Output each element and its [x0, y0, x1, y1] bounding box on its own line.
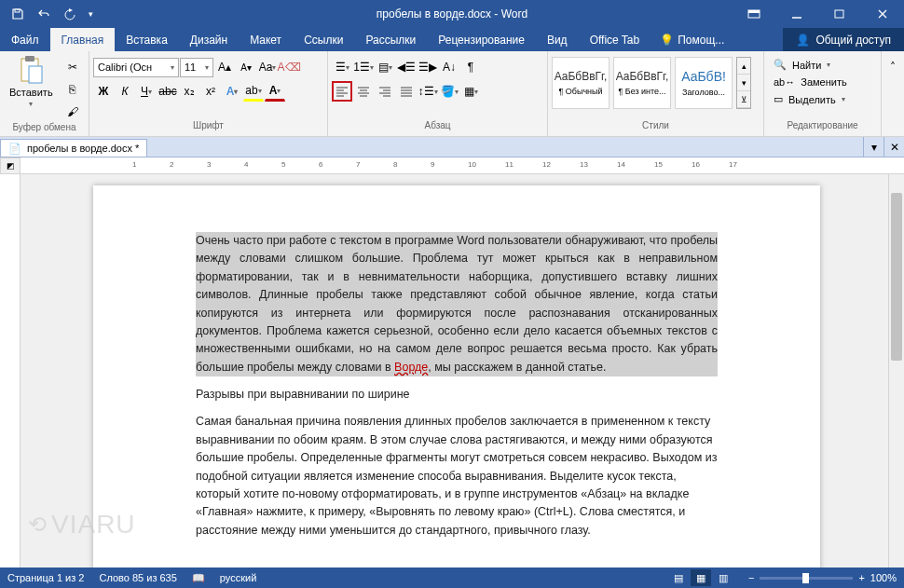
ribbon: Вставить ▾ ✂ ⎘ 🖌 Буфер обмена Calibri (О… — [0, 51, 904, 137]
print-layout-icon[interactable]: ▦ — [691, 569, 711, 586]
change-case-icon[interactable]: Aa▾ — [257, 57, 278, 77]
window-title: пробелы в ворде.docx - Word — [377, 7, 527, 21]
multilevel-icon[interactable]: ▤▾ — [375, 57, 395, 77]
ruler-corner[interactable]: ◩ — [0, 157, 21, 174]
tab-view[interactable]: Вид — [536, 28, 579, 51]
cut-icon[interactable]: ✂ — [62, 57, 83, 77]
document-tab[interactable]: 📄 пробелы в ворде.docx * — [0, 139, 147, 157]
redo-icon[interactable] — [58, 2, 82, 26]
subscript-icon[interactable]: x₂ — [179, 81, 199, 102]
tab-home[interactable]: Главная — [50, 28, 116, 51]
vertical-scrollbar[interactable] — [888, 174, 904, 567]
minimize-icon[interactable] — [775, 0, 818, 28]
status-bar: Страница 1 из 2 Слово 85 из 635 📖 русски… — [0, 567, 904, 588]
language-status[interactable]: русский — [220, 572, 256, 583]
font-size-combo[interactable]: 11▾ — [180, 58, 213, 77]
collapse-ribbon-icon[interactable]: ˄ — [883, 57, 903, 77]
tab-close-icon[interactable]: ✕ — [883, 137, 904, 157]
undo-icon[interactable] — [32, 2, 56, 26]
shading-icon[interactable]: 🪣▾ — [439, 81, 459, 102]
scroll-thumb[interactable] — [891, 193, 902, 361]
zoom-in-icon[interactable]: + — [858, 572, 864, 583]
chevron-down-icon: ▾ — [29, 100, 33, 108]
underline-icon[interactable]: Ч▾ — [136, 81, 157, 102]
svg-rect-7 — [29, 66, 42, 83]
page[interactable]: Очень часто при работе с текстом в прогр… — [93, 185, 820, 567]
italic-icon[interactable]: К — [115, 81, 135, 102]
font-color-icon[interactable]: A▾ — [265, 81, 285, 102]
bullets-icon[interactable]: ☰▾ — [332, 57, 352, 77]
paste-icon — [18, 55, 44, 85]
justify-icon[interactable] — [396, 81, 417, 102]
bold-icon[interactable]: Ж — [93, 81, 114, 102]
font-name-combo[interactable]: Calibri (Осн▾ — [93, 58, 179, 77]
group-clipboard-label: Буфер обмена — [4, 122, 85, 136]
tell-me[interactable]: 💡 Помощ... — [651, 28, 733, 51]
line-spacing-icon[interactable]: ↕☰▾ — [418, 81, 438, 102]
save-icon[interactable] — [6, 2, 30, 26]
sort-icon[interactable]: A↓ — [439, 57, 459, 77]
styles-expand-icon[interactable]: ⊻ — [737, 91, 750, 108]
web-layout-icon[interactable]: ▥ — [713, 569, 733, 586]
tab-officetab[interactable]: Office Tab — [579, 28, 651, 51]
replace-icon: ab↔ — [774, 76, 795, 88]
find-button[interactable]: 🔍Найти▾ — [768, 57, 836, 73]
highlight-icon[interactable]: ab▾ — [243, 81, 264, 102]
spellcheck-icon[interactable]: 📖 — [192, 572, 205, 584]
tab-list-icon[interactable]: ▾ — [863, 137, 883, 157]
show-hide-icon[interactable]: ¶ — [460, 57, 481, 77]
qat-more-icon[interactable]: ▾ — [84, 2, 97, 26]
inc-indent-icon[interactable]: ☰▶ — [418, 57, 438, 77]
tab-insert[interactable]: Вставка — [115, 28, 179, 51]
svg-rect-0 — [15, 9, 20, 12]
paragraph-2[interactable]: Разрывы при выравнивании по ширине — [196, 386, 718, 403]
paragraph-3[interactable]: Самая банальная причина появления длинны… — [196, 413, 718, 540]
align-left-icon[interactable] — [332, 81, 352, 102]
zoom-level[interactable]: 100% — [870, 572, 897, 583]
style-no-spacing[interactable]: АаБбВвГг, ¶ Без инте... — [613, 57, 671, 109]
strikethrough-icon[interactable]: abc — [158, 81, 178, 102]
tab-file[interactable]: Файл — [0, 28, 50, 51]
align-right-icon[interactable] — [375, 81, 395, 102]
zoom-out-icon[interactable]: − — [748, 572, 754, 583]
superscript-icon[interactable]: x² — [200, 81, 221, 102]
style-heading1[interactable]: АаБбВ! Заголово... — [675, 57, 733, 109]
page-count[interactable]: Страница 1 из 2 — [7, 572, 84, 583]
maximize-icon[interactable] — [818, 0, 861, 28]
share-button[interactable]: 👤 Общий доступ — [783, 28, 904, 51]
view-buttons: ▤ ▦ ▥ — [668, 569, 733, 586]
tab-design[interactable]: Дизайн — [179, 28, 239, 51]
shrink-font-icon[interactable]: A▾ — [236, 57, 256, 77]
close-icon[interactable] — [861, 0, 904, 28]
select-button[interactable]: ▭Выделить▾ — [768, 91, 851, 107]
word-doc-icon: 📄 — [8, 143, 21, 155]
horizontal-ruler[interactable]: 1234567891011121314151617 — [21, 157, 904, 174]
tab-mailings[interactable]: Рассылки — [354, 28, 427, 51]
word-count[interactable]: Слово 85 из 635 — [99, 572, 176, 583]
copy-icon[interactable]: ⎘ — [62, 79, 83, 100]
ribbon-tabs: Файл Главная Вставка Дизайн Макет Ссылки… — [0, 28, 904, 51]
ribbon-options-icon[interactable] — [733, 0, 775, 28]
format-painter-icon[interactable]: 🖌 — [62, 102, 83, 122]
tab-layout[interactable]: Макет — [239, 28, 293, 51]
lightbulb-icon: 💡 — [660, 34, 674, 47]
numbering-icon[interactable]: 1☰▾ — [353, 57, 374, 77]
paragraph-1[interactable]: Очень часто при работе с текстом в прогр… — [196, 232, 718, 376]
replace-button[interactable]: ab↔Заменить — [768, 75, 853, 89]
read-mode-icon[interactable]: ▤ — [668, 569, 689, 586]
align-center-icon[interactable] — [353, 81, 374, 102]
clear-format-icon[interactable]: A⌫ — [279, 57, 299, 77]
borders-icon[interactable]: ▦▾ — [460, 81, 481, 102]
style-normal[interactable]: АаБбВвГг, ¶ Обычный — [552, 57, 610, 109]
vertical-ruler[interactable] — [0, 174, 21, 567]
paste-button[interactable]: Вставить ▾ — [4, 53, 59, 110]
zoom-slider[interactable] — [760, 577, 853, 580]
dec-indent-icon[interactable]: ◀☰ — [396, 57, 417, 77]
text-effects-icon[interactable]: A▾ — [222, 81, 242, 102]
scroll-down-icon[interactable]: ▾ — [737, 75, 750, 91]
tab-review[interactable]: Рецензирование — [427, 28, 536, 51]
styles-scroll[interactable]: ▴ ▾ ⊻ — [736, 57, 751, 109]
scroll-up-icon[interactable]: ▴ — [737, 58, 750, 75]
tab-references[interactable]: Ссылки — [293, 28, 354, 51]
grow-font-icon[interactable]: A▴ — [214, 57, 235, 77]
